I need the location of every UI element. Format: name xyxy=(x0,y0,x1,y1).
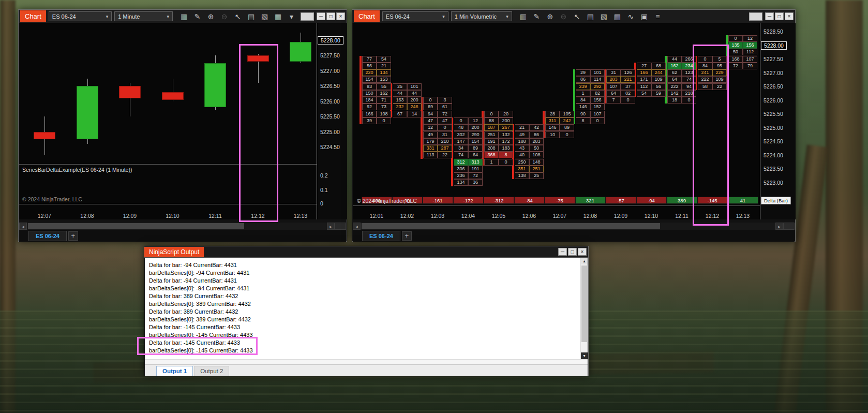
scroll-left-icon[interactable]: ◂ xyxy=(353,223,361,230)
chart-trader-icon[interactable]: ▧ xyxy=(597,11,610,22)
link-button[interactable] xyxy=(301,12,314,21)
bid-volume: 179 xyxy=(423,138,438,145)
chart-tab-es-06-24[interactable]: ES 06-24 xyxy=(28,231,67,241)
footprint-cell: 188283 xyxy=(515,138,544,145)
scroll-up-icon[interactable]: ▴ xyxy=(581,258,588,264)
delta-cell: 321 xyxy=(575,197,606,204)
left-titlebar[interactable]: Chart ES 06-24 ▾ 1 Minute ▾ ▥✎⊕⊖↖▤▧▦▾ ─□… xyxy=(19,10,347,23)
footprint-cell: 84156 xyxy=(576,97,605,104)
price-tick: 5226.50 xyxy=(764,83,783,90)
zoom-in-icon[interactable]: ⊕ xyxy=(544,11,557,22)
footprint-cell: 191172 xyxy=(484,138,513,145)
bid-volume: 29 xyxy=(576,69,590,76)
ask-volume: 0 xyxy=(377,117,391,124)
footprint-cell: 4747 xyxy=(423,117,452,124)
indicator-panel-icon[interactable]: ▦ xyxy=(611,11,624,22)
close-button[interactable]: × xyxy=(336,12,345,20)
footprint-cell: 62123 xyxy=(667,69,696,76)
add-tab-button[interactable]: + xyxy=(68,231,78,241)
scrollbar-thumb[interactable] xyxy=(581,266,587,342)
output-tab-output-2[interactable]: Output 2 xyxy=(194,366,229,376)
data-box-icon[interactable]: ▤ xyxy=(584,11,597,22)
footprint-cell: 168107 xyxy=(728,56,757,63)
footprint-cell: 135156 xyxy=(728,42,757,49)
interval-dropdown[interactable]: 1 Min Volumetric ▾ xyxy=(451,11,512,21)
close-button[interactable]: × xyxy=(578,248,587,256)
chart-trader-icon[interactable]: ▧ xyxy=(258,11,271,22)
bid-volume: 34 xyxy=(454,145,468,152)
price-tick: 5227.50 xyxy=(764,56,783,62)
scrollbar-track[interactable] xyxy=(27,223,327,230)
close-button[interactable]: × xyxy=(785,12,794,20)
draw-icon[interactable]: ✎ xyxy=(530,11,543,22)
instrument-dropdown[interactable]: ES 06-24 ▾ xyxy=(49,11,112,21)
minimize-button[interactable]: ─ xyxy=(558,248,567,256)
list-icon[interactable]: ≡ xyxy=(651,11,664,22)
zoom-in-icon[interactable]: ⊕ xyxy=(204,11,217,22)
price-tick: 5225.00 xyxy=(320,129,340,135)
chart-style-icon[interactable]: ▥ xyxy=(177,11,190,22)
price-tick: 5225.00 xyxy=(764,125,783,131)
zoom-out-icon[interactable]: ⊖ xyxy=(218,11,231,22)
minimize-button[interactable]: ─ xyxy=(765,12,774,20)
chart-style-icon[interactable]: ▥ xyxy=(517,11,530,22)
ask-volume: 267 xyxy=(499,124,513,131)
minimize-button[interactable]: ─ xyxy=(317,12,325,20)
right-price-axis[interactable]: 5228.505228.005227.505227.005226.505226.… xyxy=(760,23,796,219)
output-line: barDeltaSeries[0]: 389 CurrentBar: 4432 xyxy=(149,316,576,323)
toolbar-dropdown-icon[interactable]: ▾ xyxy=(285,11,298,22)
price-tick: 5227.00 xyxy=(764,70,783,76)
scroll-right-icon[interactable]: ▸ xyxy=(327,223,335,230)
maximize-button[interactable]: □ xyxy=(326,12,335,20)
right-titlebar[interactable]: Chart ES 06-24 ▾ 1 Min Volumetric ▾ ▥✎⊕⊖… xyxy=(352,10,795,23)
footprint-cell: 283221 xyxy=(606,76,635,83)
vertical-scrollbar[interactable]: ▴ ▾ xyxy=(580,258,588,359)
candle-body xyxy=(34,132,55,140)
bid-volume: 62 xyxy=(667,69,682,76)
scrollbar-grip[interactable] xyxy=(335,223,346,230)
time-label: 12:08 xyxy=(80,213,94,219)
bid-volume: 21 xyxy=(515,124,529,131)
scrollbar-grip[interactable] xyxy=(783,223,795,230)
chart-tab-es-06-24[interactable]: ES 06-24 xyxy=(362,231,400,241)
output-line: Delta for bar: -145 CurrentBar: 4433 xyxy=(149,323,576,331)
instrument-dropdown[interactable]: ES 06-24 ▾ xyxy=(382,11,448,21)
scroll-down-icon[interactable]: ▾ xyxy=(581,352,588,359)
bid-volume: 184 xyxy=(362,97,377,104)
cursor-icon[interactable]: ↖ xyxy=(571,11,583,22)
scroll-left-icon[interactable]: ◂ xyxy=(19,223,27,230)
scroll-right-icon[interactable]: ▸ xyxy=(775,223,783,230)
data-box-icon[interactable]: ▤ xyxy=(245,11,258,22)
ask-volume: 156 xyxy=(743,42,757,49)
zoom-out-icon[interactable]: ⊖ xyxy=(557,11,570,22)
footprint-cell: 28105 xyxy=(545,111,574,117)
add-tab-button[interactable]: + xyxy=(402,231,412,241)
ask-volume: 61 xyxy=(438,104,452,110)
maximize-button[interactable]: □ xyxy=(568,248,577,256)
left-price-axis[interactable]: 5228.005227.505227.005226.505226.005225.… xyxy=(317,23,347,219)
delta-cell: -75 xyxy=(545,197,575,204)
snap-mode-icon[interactable]: ▣ xyxy=(638,11,651,22)
output-titlebar[interactable]: NinjaScript Output ─□× xyxy=(144,246,588,258)
draw-icon[interactable]: ✎ xyxy=(191,11,204,22)
copyright-label: © 2024 NinjaTrader, LLC xyxy=(22,196,82,202)
bid-volume: 0 xyxy=(484,111,499,117)
right-chart-window: Chart ES 06-24 ▾ 1 Min Volumetric ▾ ▥✎⊕⊖… xyxy=(352,9,796,242)
delta-axis-label: Delta (Bar) xyxy=(761,197,791,204)
scrollbar-thumb[interactable] xyxy=(362,223,660,229)
horizontal-scrollbar[interactable] xyxy=(145,359,588,364)
cursor-icon[interactable]: ↖ xyxy=(231,11,244,22)
ask-volume: 12 xyxy=(468,117,483,124)
horizontal-scrollbar[interactable]: ◂▸ xyxy=(19,223,346,230)
scrollbar-thumb[interactable] xyxy=(28,223,244,229)
time-label: 12:04 xyxy=(461,213,475,219)
candle-body xyxy=(290,42,311,62)
zigzag-icon[interactable]: ∿ xyxy=(624,11,637,22)
interval-dropdown[interactable]: 1 Minute ▾ xyxy=(114,11,173,21)
maximize-button[interactable]: □ xyxy=(775,12,784,20)
link-button[interactable] xyxy=(749,12,762,21)
output-tab-output-1[interactable]: Output 1 xyxy=(156,366,193,376)
price-tick: 5224.00 xyxy=(764,152,783,158)
ask-volume: 246 xyxy=(407,104,422,110)
indicator-panel-icon[interactable]: ▦ xyxy=(272,11,285,22)
